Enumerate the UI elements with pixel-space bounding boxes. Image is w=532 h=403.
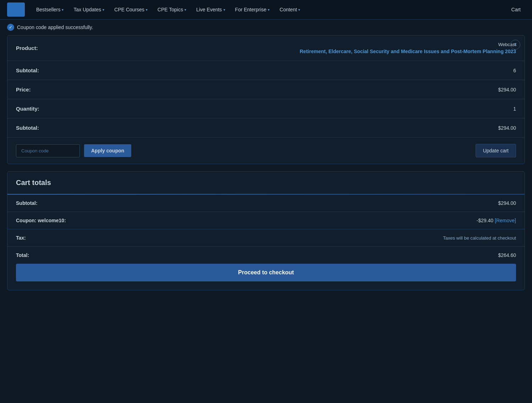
chevron-down-icon: ▾ xyxy=(268,8,270,12)
product-row: Product: Webcast Retirement, Eldercare, … xyxy=(7,35,525,61)
proceed-to-checkout-button[interactable]: Proceed to checkout xyxy=(16,264,516,281)
chevron-down-icon: ▾ xyxy=(184,8,186,12)
subtotal-short-value: 6 xyxy=(513,68,516,73)
cart-table: × Product: Webcast Retirement, Eldercare… xyxy=(7,35,525,164)
chevron-down-icon: ▾ xyxy=(146,8,148,12)
coupon-discount-amount: -$29.40 xyxy=(477,218,493,223)
nav-item-live-events[interactable]: Live Events ▾ xyxy=(192,4,229,15)
product-label: Product: xyxy=(16,45,38,51)
nav-label-live-events: Live Events xyxy=(196,7,222,12)
coupon-success-message: Coupon code applied successfully. xyxy=(17,24,93,30)
main-content: × Product: Webcast Retirement, Eldercare… xyxy=(0,35,532,297)
chevron-down-icon: ▾ xyxy=(62,8,63,12)
coupon-success-banner: ✓ Coupon code applied successfully. xyxy=(0,19,532,35)
totals-subtotal-label: Subtotal: xyxy=(16,200,38,206)
cart-label: Cart xyxy=(511,7,521,12)
nav-label-tax-updates: Tax Updates xyxy=(73,7,101,12)
chevron-down-icon: ▾ xyxy=(298,8,300,12)
subtotal-short-row: Subtotal: 6 xyxy=(7,61,525,80)
subtotal-label: Subtotal: xyxy=(16,125,39,131)
nav-item-for-enterprise[interactable]: For Enterprise ▾ xyxy=(231,4,274,15)
totals-tax-note: Taxes will be calculated at checkout xyxy=(443,235,516,241)
coupon-row: Apply coupon Update cart xyxy=(7,138,525,164)
site-logo[interactable] xyxy=(7,2,25,17)
nav-label-cpe-courses: CPE Courses xyxy=(114,7,144,12)
nav-item-cpe-courses[interactable]: CPE Courses ▾ xyxy=(110,4,152,15)
totals-subtotal-value: $294.00 xyxy=(498,200,516,206)
quantity-value: 1 xyxy=(513,106,516,112)
nav-label-bestsellers: Bestsellers xyxy=(36,7,60,12)
nav-item-bestsellers[interactable]: Bestsellers ▾ xyxy=(32,4,68,15)
subtotal-short-label: Subtotal: xyxy=(16,67,39,73)
nav-items: Bestsellers ▾ Tax Updates ▾ CPE Courses … xyxy=(32,4,507,15)
coupon-code-input[interactable] xyxy=(16,144,80,157)
update-cart-button[interactable]: Update cart xyxy=(476,144,516,157)
apply-coupon-button[interactable]: Apply coupon xyxy=(84,144,131,157)
chevron-down-icon: ▾ xyxy=(223,8,225,12)
close-button[interactable]: × xyxy=(510,40,520,50)
nav-label-cpe-topics: CPE Topics xyxy=(157,7,183,12)
nav-item-cpe-topics[interactable]: CPE Topics ▾ xyxy=(153,4,190,15)
totals-tax-row: Tax: Taxes will be calculated at checkou… xyxy=(7,229,525,247)
totals-coupon-row: Coupon: welcome10: -$29.40[Remove] xyxy=(7,212,525,229)
product-right: Webcast Retirement, Eldercare, Social Se… xyxy=(300,42,516,54)
nav-label-for-enterprise: For Enterprise xyxy=(235,7,267,12)
quantity-label: Quantity: xyxy=(16,106,39,112)
subtotal-row: Subtotal: $294.00 xyxy=(7,118,525,138)
totals-tax-label: Tax: xyxy=(16,235,26,241)
totals-subtotal-row: Subtotal: $294.00 xyxy=(7,195,525,212)
nav-item-tax-updates[interactable]: Tax Updates ▾ xyxy=(69,4,109,15)
nav-item-content[interactable]: Content ▾ xyxy=(275,4,304,15)
navbar: Bestsellers ▾ Tax Updates ▾ CPE Courses … xyxy=(0,0,532,19)
chevron-down-icon: ▾ xyxy=(102,8,104,12)
remove-coupon-link[interactable]: [Remove] xyxy=(495,218,516,223)
cart-nav-item[interactable]: Cart xyxy=(507,4,525,15)
nav-label-content: Content xyxy=(279,7,297,12)
cart-totals-heading: Cart totals xyxy=(7,172,525,194)
cart-totals-section: Cart totals Subtotal: $294.00 Coupon: we… xyxy=(7,171,525,290)
totals-total-value: $264.60 xyxy=(498,252,516,258)
check-icon: ✓ xyxy=(7,24,14,31)
subtotal-value: $294.00 xyxy=(498,125,516,131)
totals-coupon-label: Coupon: welcome10: xyxy=(16,218,66,223)
totals-total-row: Total: $264.60 xyxy=(7,247,525,264)
product-name: Retirement, Eldercare, Social Security a… xyxy=(300,49,516,54)
quantity-row: Quantity: 1 xyxy=(7,99,525,118)
price-label: Price: xyxy=(16,86,31,93)
price-value: $294.00 xyxy=(498,87,516,93)
totals-total-label: Total: xyxy=(16,252,29,258)
totals-coupon-value: -$29.40[Remove] xyxy=(477,218,516,223)
price-row: Price: $294.00 xyxy=(7,80,525,99)
